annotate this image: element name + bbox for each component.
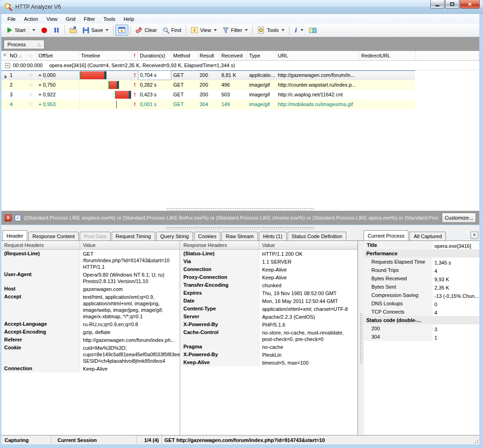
- col-offset[interactable]: OffSet: [37, 51, 79, 60]
- header-row[interactable]: Cache-Controlno-store, no-cache, must-re…: [181, 328, 358, 343]
- header-row[interactable]: Proxy-ConnectionKeep-Alive: [181, 273, 358, 281]
- close-button[interactable]: ✕: [460, 0, 480, 9]
- column-header-value[interactable]: Value: [80, 241, 180, 249]
- column-header-value[interactable]: Value: [259, 241, 358, 249]
- capture-toggle-button[interactable]: [115, 25, 128, 36]
- tab-status-code-definition[interactable]: Status Code Definition: [288, 232, 346, 240]
- header-row[interactable]: ConnectionKeep-Alive: [1, 365, 180, 372]
- view-button[interactable]: View: [188, 25, 220, 36]
- favorite-star-icon[interactable]: ☆: [26, 90, 37, 100]
- header-row[interactable]: Accept-Languageru-RU,ru;q=0.9,en;q=0.8: [1, 320, 180, 328]
- menu-view[interactable]: View: [42, 15, 62, 23]
- col-url[interactable]: URL: [276, 51, 359, 60]
- minimize-button[interactable]: [430, 0, 445, 9]
- horizontal-splitter[interactable]: [1, 207, 479, 211]
- grid-row[interactable]: 3☆+ 0,922!0,423 sGET200503image/gifhttp:…: [1, 90, 415, 100]
- vertical-splitter[interactable]: [358, 241, 364, 435]
- col-received[interactable]: Received: [220, 51, 247, 60]
- tab-raw-stream[interactable]: Raw Stream: [221, 232, 258, 240]
- col-result[interactable]: Result: [198, 51, 220, 60]
- col-error[interactable]: !: [132, 51, 138, 60]
- tab-hints-1[interactable]: Hints (1): [259, 232, 287, 240]
- header-row[interactable]: Cookiecuid=Mw%3D%3D; cups=8e149c5af81eea…: [1, 344, 180, 365]
- open-session-button[interactable]: [67, 25, 80, 36]
- header-row[interactable]: ServerApache/2.2.3 (CentOS): [181, 313, 358, 321]
- clear-button[interactable]: Clear: [132, 25, 159, 36]
- title-bar[interactable]: 6 HTTP Analyzer V6 ✕: [0, 0, 483, 14]
- filter-enabled-checkbox[interactable]: ✓: [15, 215, 21, 221]
- col-no[interactable]: NO △: [8, 51, 26, 60]
- collapse-icon[interactable]: [5, 63, 10, 68]
- header-row[interactable]: Accepttext/html, application/xml;q=0.9, …: [1, 293, 180, 320]
- tab-request-timing[interactable]: Request Timing: [112, 232, 155, 240]
- menu-filter[interactable]: Filter: [80, 15, 99, 23]
- header-row[interactable]: (Status-Line)HTTP/1.1 200 OK: [181, 250, 358, 258]
- col-favorite[interactable]: ☆: [26, 51, 37, 60]
- remove-filter-button[interactable]: x: [5, 215, 12, 221]
- start-dropdown-icon[interactable]: [32, 29, 35, 31]
- process-group-row[interactable]: 00:00:00.000 opera.exe[3416] (Count=4, S…: [1, 61, 479, 70]
- header-row[interactable]: Pragmano-cache: [181, 343, 358, 351]
- row-redirecturl: [359, 100, 416, 109]
- tools-button[interactable]: Tools: [255, 25, 287, 36]
- col-duration[interactable]: Duration(s): [138, 51, 171, 60]
- header-row[interactable]: ConnectionKeep-Alive: [181, 265, 358, 273]
- col-method[interactable]: Method: [171, 51, 198, 60]
- grid-row[interactable]: 2☆+ 0,750!0,282 sGET200496image/gifhttp:…: [1, 80, 415, 90]
- header-row[interactable]: Keep-Alivetimeout=5, max=100: [181, 359, 358, 366]
- find-button[interactable]: Find: [160, 25, 184, 36]
- menu-file[interactable]: File: [3, 15, 20, 23]
- column-header-name[interactable]: Response Headers: [181, 241, 259, 249]
- header-row[interactable]: Transfer-Encodingchunked: [181, 281, 358, 289]
- header-row[interactable]: Refererhttp://gazenwagen.com/forum/index…: [1, 336, 180, 344]
- header-row[interactable]: ExpiresThu, 19 Nov 1981 08:52:00 GMT: [181, 289, 358, 297]
- help-book-button[interactable]: [306, 25, 320, 36]
- header-row[interactable]: Content-Typeapplication/xhtml+xml; chars…: [181, 305, 358, 313]
- tools-dropdown-icon[interactable]: [282, 29, 284, 31]
- pause-button[interactable]: [50, 25, 63, 36]
- favorite-star-icon[interactable]: ☆: [26, 70, 37, 80]
- tab-response-content[interactable]: Response Content: [28, 232, 79, 240]
- grid-row[interactable]: 4☆+ 0,953!0,001 sGET304149image/gifhttp:…: [1, 100, 415, 109]
- filter-button[interactable]: Filter: [220, 25, 251, 36]
- view-dropdown-icon[interactable]: [214, 29, 217, 31]
- menu-help[interactable]: Help: [119, 15, 138, 23]
- filter-dropdown-icon[interactable]: [245, 29, 248, 31]
- col-timeline[interactable]: Timeline: [79, 51, 132, 60]
- tab-header[interactable]: Header: [2, 230, 27, 240]
- menu-tools[interactable]: Tools: [99, 15, 119, 23]
- save-button[interactable]: Save: [80, 25, 111, 36]
- tab-current-process[interactable]: Current Process: [364, 230, 408, 240]
- favorite-star-icon[interactable]: ☆: [26, 80, 37, 90]
- col-redirecturl[interactable]: RedirectURL: [359, 51, 416, 60]
- header-row[interactable]: (Request-Line)GET /forum/index.php?id=91…: [1, 250, 180, 271]
- stop-button[interactable]: [38, 25, 50, 36]
- info-dropdown-icon[interactable]: [301, 29, 303, 31]
- tab-post-data[interactable]: Post Data: [80, 232, 110, 240]
- col-type[interactable]: Type: [247, 51, 276, 60]
- group-by-process-chip[interactable]: Process △: [4, 40, 44, 49]
- info-button[interactable]: i: [291, 25, 306, 36]
- column-header-name[interactable]: Request Headers: [1, 241, 80, 249]
- header-row[interactable]: Accept-Encodinggzip, deflate: [1, 328, 180, 336]
- row-list-icon[interactable]: ≡: [1, 51, 8, 60]
- header-row[interactable]: X-Powered-ByPHP/5.1.6: [181, 321, 358, 328]
- tab-cookies[interactable]: Cookies: [194, 232, 221, 240]
- horizontal-splitter[interactable]: [1, 225, 479, 230]
- header-row[interactable]: X-Powered-ByPleskLin: [181, 351, 358, 359]
- menu-grid[interactable]: Grid: [62, 15, 80, 23]
- header-row[interactable]: Via1.1 SERVER: [181, 258, 358, 265]
- tab-query-string[interactable]: Query String: [156, 232, 193, 240]
- customize-button[interactable]: Customize...: [442, 213, 476, 223]
- header-row[interactable]: User-AgentOpera/9.80 (Windows NT 6.1; U;…: [1, 271, 180, 285]
- start-button[interactable]: Start: [4, 25, 38, 36]
- tab-all-captured[interactable]: All Captured: [409, 232, 446, 240]
- favorite-star-icon[interactable]: ☆: [26, 100, 37, 109]
- maximize-button[interactable]: [445, 0, 459, 9]
- close-panel-button[interactable]: ✕: [470, 232, 478, 239]
- header-row[interactable]: Hostgazenwagen.com: [1, 285, 180, 293]
- grid-row[interactable]: 1☆+ 0,000!0,704 sGET2008,81 Kapplicatio.…: [1, 70, 415, 80]
- menu-action[interactable]: Action: [20, 15, 43, 23]
- save-dropdown-icon[interactable]: [106, 29, 108, 31]
- header-row[interactable]: DateMon, 16 May 2011 12:50:44 GMT: [181, 297, 358, 305]
